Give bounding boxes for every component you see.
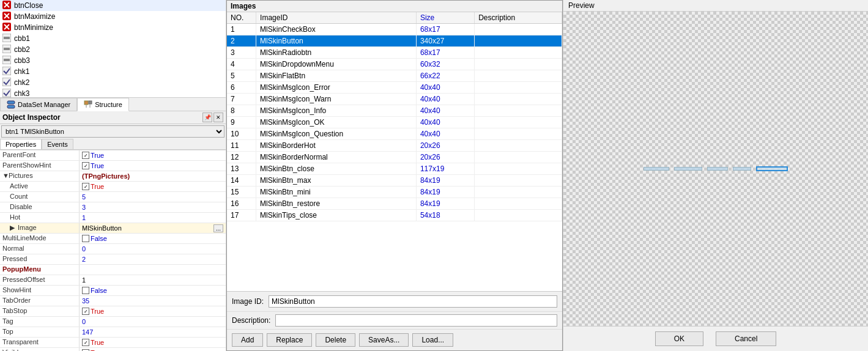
prop-value[interactable]: True — [80, 182, 226, 191]
pin-button[interactable]: 📌 — [202, 113, 212, 122]
load-button[interactable]: Load... — [412, 333, 453, 347]
table-row[interactable]: 15 MlSkinBtn_mini 84x19 — [227, 187, 562, 198]
table-row[interactable]: 12 MlSkinBorderNormal 20x26 — [227, 152, 562, 163]
checkbox-icon — [82, 183, 89, 190]
cell-desc — [475, 163, 562, 175]
prop-name: Disable — [0, 202, 80, 212]
cell-desc — [475, 198, 562, 210]
prop-value[interactable]: 0 — [80, 317, 226, 327]
tab-properties[interactable]: Properties — [0, 139, 42, 149]
images-table: NO. ImageID Size Description 1 MlSkinChe… — [227, 12, 562, 221]
table-row[interactable]: 1 MlSkinCheckBox 68x17 — [227, 24, 562, 35]
cell-no: 17 — [227, 210, 256, 221]
tree-item-btnMaximize[interactable]: btnMaximize — [0, 11, 226, 22]
prop-value[interactable]: True — [80, 338, 226, 347]
table-row[interactable]: 9 MlSkinMsgIcon_OK 40x40 — [227, 117, 562, 128]
cell-desc — [475, 24, 562, 35]
ellipsis-button[interactable]: ... — [213, 224, 223, 232]
prop-row-disable: Disable 3 — [0, 202, 226, 213]
table-row[interactable]: 8 MlSkinMsgIcon_Info 40x40 — [227, 105, 562, 117]
image-id-input[interactable] — [269, 295, 557, 308]
prop-name: Count — [0, 192, 80, 202]
prop-value[interactable]: False — [80, 234, 226, 243]
expand-arrow-icon: ▼ — [2, 172, 9, 179]
cell-no: 4 — [227, 59, 256, 70]
prop-row-taborder: TabOrder 35 — [0, 296, 226, 306]
add-button[interactable]: Add — [232, 333, 263, 347]
prop-value[interactable]: 35 — [80, 296, 226, 306]
cell-id: MlSkinMsgIcon_Question — [256, 128, 417, 140]
cancel-button[interactable]: Cancel — [716, 331, 776, 346]
save-as-button[interactable]: SaveAs... — [359, 333, 409, 347]
delete-button[interactable]: Delete — [316, 333, 355, 347]
prop-row-visible: Visible True — [0, 348, 226, 351]
prop-value[interactable]: 3 — [80, 202, 226, 212]
prop-value[interactable]: 2 — [80, 254, 226, 264]
table-row[interactable]: 11 MlSkinBorderHot 20x26 — [227, 140, 562, 152]
table-row[interactable]: 4 MlSkinDropdownMenu 60x32 — [227, 59, 562, 70]
cell-size: 20x26 — [416, 140, 474, 152]
prop-value[interactable]: (TPngPictures) — [80, 171, 226, 181]
tree-area: btnClose btnMaximize btnMinimize cbb1 cb… — [0, 0, 226, 98]
prop-name: ParentShowHint — [0, 161, 80, 171]
prop-name: Visible — [0, 348, 80, 351]
prop-value[interactable]: MlSkinButton ... — [80, 223, 226, 233]
table-row[interactable]: 3 MlSkinRadiobtn 68x17 — [227, 47, 562, 59]
prop-value[interactable]: False — [80, 286, 226, 295]
cell-size: 40x40 — [416, 105, 474, 117]
prop-value[interactable]: 1 — [80, 213, 226, 223]
col-header-id: ImageID — [256, 12, 417, 24]
table-row[interactable]: 5 MlSkinFlatBtn 66x22 — [227, 70, 562, 82]
tree-item-btnClose[interactable]: btnClose — [0, 0, 226, 11]
tree-item-cbb1[interactable]: cbb1 — [0, 33, 226, 44]
table-row[interactable]: 16 MlSkinBtn_restore 84x19 — [227, 198, 562, 210]
tab-events[interactable]: Events — [42, 139, 73, 149]
images-table-container: NO. ImageID Size Description 1 MlSkinChe… — [227, 12, 562, 292]
replace-button[interactable]: Replace — [267, 333, 312, 347]
tree-item-chk1[interactable]: chk1 — [0, 66, 226, 77]
tree-item-cbb3[interactable]: cbb3 — [0, 55, 226, 66]
table-row[interactable]: 17 MlSkinTips_close 54x18 — [227, 210, 562, 221]
cell-size: 54x18 — [416, 210, 474, 221]
table-row[interactable]: 6 MlSkinMsgIcon_Error 40x40 — [227, 82, 562, 94]
bottom-tabs: DataSet Manager Structure — [0, 98, 226, 111]
tree-item-btnMinimize[interactable]: btnMinimize — [0, 22, 226, 33]
cell-id: MlSkinRadiobtn — [256, 47, 417, 59]
tree-item-label: cbb1 — [14, 34, 30, 43]
close-button[interactable]: ✕ — [213, 113, 223, 122]
prop-value[interactable]: True — [80, 348, 226, 351]
description-input[interactable] — [275, 314, 557, 327]
tree-item-chk2[interactable]: chk2 — [0, 77, 226, 88]
cell-desc — [475, 152, 562, 163]
col-header-desc: Description — [475, 12, 562, 24]
checkbox-icon — [82, 339, 89, 346]
table-row[interactable]: 10 MlSkinMsgIcon_Question 40x40 — [227, 128, 562, 140]
tab-dataset-manager[interactable]: DataSet Manager — [0, 98, 77, 111]
ok-button[interactable]: OK — [655, 331, 703, 346]
cell-no: 14 — [227, 175, 256, 187]
tree-item-chk3[interactable]: chk3 — [0, 88, 226, 98]
object-select[interactable]: btn1 TMlSkinButton — [1, 125, 224, 138]
prop-value[interactable]: 1 — [80, 275, 226, 285]
check-icon — [2, 67, 12, 76]
prop-value[interactable]: True — [80, 150, 226, 160]
prop-name: Transparent — [0, 338, 80, 347]
preview-buttons — [644, 166, 788, 171]
tab-structure[interactable]: Structure — [77, 98, 129, 111]
prop-value[interactable]: True — [80, 306, 226, 316]
table-row[interactable]: 2 MlSkinButton 340x27 — [227, 35, 562, 47]
prop-value[interactable]: 147 — [80, 327, 226, 337]
cell-desc — [475, 128, 562, 140]
prop-value[interactable]: True — [80, 161, 226, 171]
cell-no: 15 — [227, 187, 256, 198]
table-row[interactable]: 7 MlSkinMsgIcon_Warn 40x40 — [227, 94, 562, 105]
red-x-icon — [2, 12, 12, 21]
tree-item-label: cbb2 — [14, 45, 30, 54]
prop-name: Tag — [0, 317, 80, 327]
prop-value[interactable]: 0 — [80, 244, 226, 254]
table-row[interactable]: 14 MlSkinBtn_max 84x19 — [227, 175, 562, 187]
prop-value[interactable] — [80, 265, 226, 275]
prop-value[interactable]: 5 — [80, 192, 226, 202]
tree-item-cbb2[interactable]: cbb2 — [0, 44, 226, 55]
table-row[interactable]: 13 MlSkinBtn_close 117x19 — [227, 163, 562, 175]
